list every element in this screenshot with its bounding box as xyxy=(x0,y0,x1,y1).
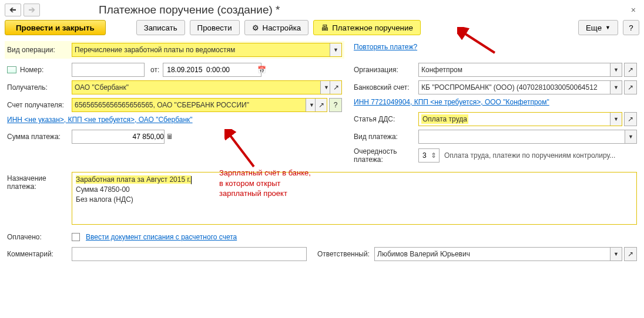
responsible-select[interactable]: Любимов Валерий Юрьевич ▼ xyxy=(374,247,622,261)
open-org-button[interactable]: ↗ xyxy=(624,63,637,77)
settings-label: Настройка xyxy=(263,23,301,32)
dds-select[interactable]: Оплата труда ▼ xyxy=(418,112,622,126)
print-payment-order-button[interactable]: 🖶 Платежное поручение xyxy=(313,20,421,35)
org-label: Организация: xyxy=(354,66,418,74)
form-icon xyxy=(7,66,16,73)
recipient-inn-link[interactable]: ИНН <не указан>, КПП <не требуется>, ОАО… xyxy=(7,116,193,124)
more-button[interactable]: Еще ▼ xyxy=(578,20,618,35)
org-value: Конфетпром xyxy=(421,66,610,74)
pay-type-select[interactable]: ▼ xyxy=(418,130,637,144)
priority-field[interactable]: ⇕ xyxy=(418,148,440,163)
printer-icon: 🖶 xyxy=(321,23,328,32)
purpose-label: Назначение платежа: xyxy=(7,172,72,191)
dropdown-icon[interactable]: ▼ xyxy=(610,63,622,76)
purpose-line1: Заработная плата за Август 2015 г. xyxy=(76,175,191,184)
more-label: Еще xyxy=(586,23,602,32)
date-input[interactable] xyxy=(166,64,256,76)
pay-type-label: Вид платежа: xyxy=(354,133,418,141)
dds-label: Статья ДДС: xyxy=(354,115,418,123)
dropdown-icon[interactable]: ▼ xyxy=(610,248,622,261)
comment-label: Комментарий: xyxy=(7,250,72,258)
date-field[interactable]: 📅 xyxy=(163,63,261,77)
op-type-label: Вид операции: xyxy=(7,46,72,54)
dropdown-icon[interactable]: ▼ xyxy=(330,43,341,56)
priority-input[interactable] xyxy=(421,150,430,161)
op-type-select[interactable]: Перечисление заработной платы по ведомос… xyxy=(72,43,342,57)
purpose-line3: Без налога (НДС) xyxy=(76,195,633,205)
spinner-icon[interactable]: ⇕ xyxy=(430,151,438,160)
comment-input[interactable] xyxy=(75,248,304,260)
number-label: Номер: xyxy=(20,66,72,74)
comment-field[interactable] xyxy=(72,247,307,261)
print-label: Платежное поручение xyxy=(332,23,413,32)
calculator-icon[interactable]: 🖩 xyxy=(165,133,175,141)
bank-acc-select[interactable]: КБ "РОСПРОМБАНК" (ООО) (4070281003005006… xyxy=(418,80,622,94)
bank-acc-label: Банковский счет: xyxy=(354,83,418,92)
page-title: Платежное поручение (создание) * xyxy=(99,4,280,16)
purpose-textarea[interactable]: Заработная плата за Август 2015 г. Сумма… xyxy=(72,172,637,225)
responsible-value: Любимов Валерий Юрьевич xyxy=(377,250,610,258)
paid-checkbox[interactable] xyxy=(72,233,80,241)
org-inn-link[interactable]: ИНН 7721049904, КПП <не требуется>, ООО … xyxy=(354,98,549,106)
number-input[interactable] xyxy=(75,64,165,76)
paid-label: Оплачено: xyxy=(7,233,72,241)
dds-value: Оплата труда xyxy=(421,114,468,124)
priority-label: Очередность платежа: xyxy=(354,147,418,164)
priority-desc: Оплата труда, платежи по поручениям конт… xyxy=(444,151,615,160)
recipient-acc-label: Счет получателя: xyxy=(7,101,72,109)
bank-acc-value: КБ "РОСПРОМБАНК" (ООО) (4070281003005006… xyxy=(421,83,610,92)
amount-field[interactable]: 🖩 xyxy=(72,130,165,144)
open-icon[interactable]: ↗ xyxy=(315,99,327,111)
dropdown-icon[interactable]: ▼ xyxy=(610,113,622,126)
amount-input[interactable] xyxy=(75,131,165,143)
dropdown-icon[interactable]: ▼ xyxy=(625,130,636,143)
calendar-icon[interactable]: 📅 xyxy=(256,66,267,74)
post-and-close-button[interactable]: Провести и закрыть xyxy=(5,20,106,35)
open-responsible-button[interactable]: ↗ xyxy=(624,247,637,261)
recipient-select[interactable]: ОАО "Сбербанк" ▼ ↗ xyxy=(72,80,342,94)
close-icon[interactable]: × xyxy=(628,4,639,16)
open-bank-acc-button[interactable]: ↗ xyxy=(624,80,637,94)
amount-label: Сумма платежа: xyxy=(7,133,72,141)
recipient-acc-select[interactable]: 65656565656565656565, ОАО "СБЕРБАНК РОСС… xyxy=(72,98,327,112)
writeoff-link[interactable]: Ввести документ списания с расчетного сч… xyxy=(86,233,237,241)
org-select[interactable]: Конфетпром ▼ xyxy=(418,63,622,77)
dropdown-icon[interactable]: ▼ xyxy=(610,81,622,94)
purpose-line2: Сумма 47850-00 xyxy=(76,185,633,195)
help-button[interactable]: ? xyxy=(623,20,639,35)
op-type-value: Перечисление заработной платы по ведомос… xyxy=(75,46,330,54)
chevron-down-icon: ▼ xyxy=(605,25,611,31)
open-dds-button[interactable]: ↗ xyxy=(624,112,637,126)
gear-icon: ⚙ xyxy=(252,23,259,32)
repeat-payment-link[interactable]: Повторять платеж? xyxy=(354,43,417,51)
nav-back-button[interactable]: 🡨 xyxy=(5,4,21,16)
number-field[interactable] xyxy=(72,63,145,77)
settings-button[interactable]: ⚙ Настройка xyxy=(244,20,309,35)
recipient-value: ОАО "Сбербанк" xyxy=(75,83,320,92)
responsible-label: Ответственный: xyxy=(317,250,370,258)
recipient-acc-value: 65656565656565656565, ОАО "СБЕРБАНК РОСС… xyxy=(75,101,306,109)
acc-help-button[interactable]: ? xyxy=(329,98,342,112)
recipient-label: Получатель: xyxy=(7,83,72,92)
open-icon[interactable]: ↗ xyxy=(330,81,341,94)
post-button[interactable]: Провести xyxy=(190,20,240,35)
nav-forward-button: 🡪 xyxy=(24,4,40,16)
save-button[interactable]: Записать xyxy=(136,20,185,35)
